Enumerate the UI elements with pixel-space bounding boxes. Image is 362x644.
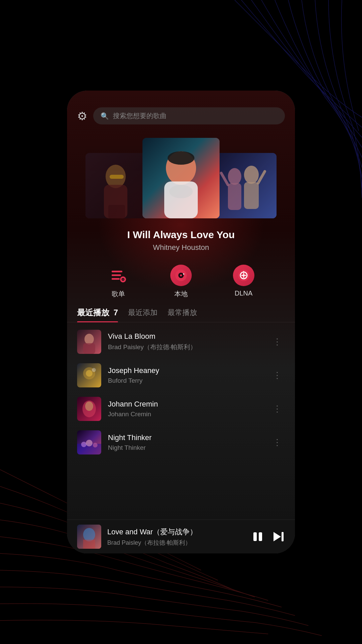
nav-item-dlna[interactable]: DLNA	[233, 265, 254, 299]
tab-added-label: 最近添加	[128, 308, 158, 317]
tab-recent-count: 7	[114, 308, 118, 317]
svg-point-9	[168, 151, 194, 165]
song-row-2[interactable]: Joseph Heaney Buford Terry ⋮	[67, 359, 295, 392]
album-card-left[interactable]	[85, 153, 147, 218]
settings-icon[interactable]: ⚙	[77, 109, 87, 123]
now-playing-bar[interactable]: Love and War（爱与战争） Brad Paisley（布拉德·帕斯利）	[67, 520, 295, 553]
svg-rect-4	[108, 205, 125, 218]
album-art-center	[142, 138, 220, 218]
song-thumb-1	[77, 330, 101, 354]
song-title: I Will Always Love You	[77, 229, 285, 240]
svg-rect-17	[112, 271, 122, 272]
song-row-1[interactable]: Viva La Bloom Brad Paisley（布拉德·帕斯利） ⋮	[67, 325, 295, 359]
tab-frequent[interactable]: 最常播放	[168, 308, 197, 322]
dlna-icon	[233, 265, 254, 286]
now-playing-info: Love and War（爱与战争） Brad Paisley（布拉德·帕斯利）	[107, 527, 245, 547]
album-art-right	[215, 153, 277, 218]
search-icon: 🔍	[101, 112, 109, 120]
album-card-center[interactable]	[142, 138, 220, 218]
local-label: 本地	[174, 289, 188, 299]
album-art-left	[85, 153, 147, 218]
search-placeholder: 搜索您想要的歌曲	[113, 111, 167, 120]
svg-rect-14	[244, 182, 259, 209]
song-title-3: Johann Cremin	[108, 400, 263, 409]
tab-frequent-label: 最常播放	[168, 308, 197, 317]
svg-rect-51	[259, 532, 262, 541]
svg-point-25	[180, 274, 182, 276]
svg-rect-3	[110, 175, 124, 179]
svg-point-41	[85, 401, 93, 411]
tab-recent[interactable]: 最近播放 7	[77, 307, 118, 322]
nav-icons: 歌单 本地	[67, 255, 295, 305]
svg-point-8	[169, 185, 193, 198]
svg-point-44	[81, 442, 86, 447]
song-thumb-3	[77, 397, 101, 421]
svg-rect-34	[83, 343, 95, 354]
pause-button[interactable]	[251, 530, 264, 543]
song-title-2: Joseph Heaney	[108, 366, 263, 375]
svg-point-37	[86, 370, 93, 377]
now-playing-thumb	[77, 525, 101, 549]
song-info-3: Johann Cremin Johann Cremin	[108, 400, 263, 418]
song-info-4: Night Thinker Night Thinker	[108, 433, 263, 451]
song-artist-3: Johann Cremin	[108, 411, 263, 418]
playlist-label: 歌单	[112, 289, 125, 299]
nav-item-playlist[interactable]: 歌单	[108, 265, 129, 299]
song-artist-2: Buford Terry	[108, 377, 263, 384]
svg-point-46	[93, 443, 98, 447]
song-artist-4: Night Thinker	[108, 444, 263, 451]
tab-added[interactable]: 最近添加	[128, 308, 158, 322]
svg-rect-18	[112, 274, 121, 276]
svg-rect-12	[228, 183, 241, 210]
song-info-2: Joseph Heaney Buford Terry	[108, 366, 263, 384]
album-carousel	[67, 131, 295, 222]
svg-rect-19	[112, 278, 120, 280]
song-thumb-2	[77, 363, 101, 387]
song-more-1[interactable]: ⋮	[269, 333, 285, 351]
song-more-2[interactable]: ⋮	[269, 367, 285, 384]
song-thumb-4	[77, 430, 101, 454]
svg-point-48	[83, 528, 95, 541]
search-bar[interactable]: 🔍 搜索您想要的歌曲	[93, 107, 285, 124]
song-row-3[interactable]: Johann Cremin Johann Cremin ⋮	[67, 392, 295, 426]
svg-point-11	[228, 168, 241, 185]
phone-shell: ⚙ 🔍 搜索您想要的歌曲	[67, 91, 295, 553]
song-artist: Whitney Houston	[77, 243, 285, 252]
song-row-4[interactable]: Night Thinker Night Thinker ⋮	[67, 426, 295, 459]
album-card-right[interactable]	[215, 153, 277, 218]
next-button[interactable]	[272, 530, 285, 543]
nav-item-local[interactable]: 本地	[170, 265, 192, 299]
playlist-icon	[108, 265, 129, 286]
tabs-bar: 最近播放 7 最近添加 最常播放	[67, 305, 295, 322]
song-title-4: Night Thinker	[108, 433, 263, 442]
now-playing-controls	[251, 530, 285, 543]
local-icon	[170, 265, 192, 286]
now-playing-title: Love and War（爱与战争）	[107, 527, 245, 537]
svg-point-26	[183, 273, 184, 275]
svg-point-38	[92, 368, 96, 372]
song-info-1: Viva La Bloom Brad Paisley（布拉德·帕斯利）	[108, 332, 263, 352]
song-list: Viva La Bloom Brad Paisley（布拉德·帕斯利） ⋮	[67, 322, 295, 520]
song-more-3[interactable]: ⋮	[269, 400, 285, 418]
song-info: I Will Always Love You Whitney Houston	[67, 222, 295, 255]
dlna-label: DLNA	[235, 289, 252, 297]
song-artist-1: Brad Paisley（布拉德·帕斯利）	[108, 343, 263, 352]
header: ⚙ 🔍 搜索您想要的歌曲	[67, 91, 295, 131]
svg-point-22	[123, 279, 124, 280]
svg-marker-52	[274, 532, 281, 541]
song-more-4[interactable]: ⋮	[269, 434, 285, 451]
now-playing-artist: Brad Paisley（布拉德·帕斯利）	[107, 539, 245, 547]
svg-point-33	[84, 334, 94, 344]
song-title-1: Viva La Bloom	[108, 332, 263, 341]
svg-point-13	[244, 166, 259, 184]
svg-rect-50	[253, 532, 257, 541]
svg-point-45	[86, 440, 93, 446]
svg-rect-53	[282, 532, 284, 541]
svg-rect-49	[83, 540, 95, 549]
tab-recent-label: 最近播放	[77, 308, 109, 317]
